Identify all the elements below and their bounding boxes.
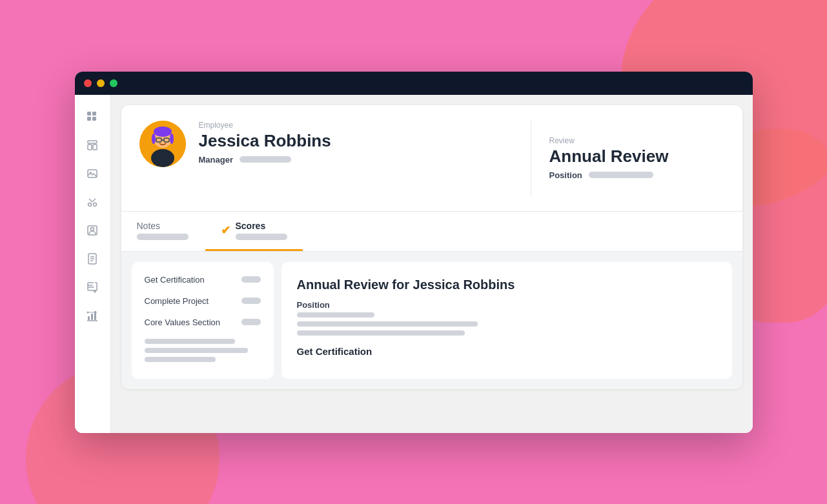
app-body: Employee Jessica Robbins Manager Review … [75,95,753,433]
tab-scores[interactable]: ✔ Scores [205,212,303,251]
score-item-label-3: Core Values Section [145,318,221,327]
review-detail-section: Get Certification [297,346,717,357]
notes-tab-label: Notes [137,221,161,231]
score-item-label: Get Certification [145,275,205,285]
manager-placeholder [240,156,291,163]
review-detail-line-2 [297,330,465,336]
notes-tab-placeholder [137,234,189,240]
pl-3 [145,357,216,362]
score-item-bar-3 [241,319,261,325]
svg-rect-6 [93,145,97,150]
main-content: Employee Jessica Robbins Manager Review … [111,95,753,433]
scores-tab-label: Scores [236,221,266,231]
review-detail-panel: Annual Review for Jessica Robbins Positi… [281,262,732,379]
score-item-certification[interactable]: Get Certification [145,275,261,285]
sidebar [75,95,111,433]
scores-tab-placeholder [236,234,287,240]
maximize-dot[interactable] [110,79,117,87]
svg-rect-20 [91,314,93,320]
svg-point-29 [152,134,156,144]
browser-titlebar [75,72,753,95]
svg-rect-1 [92,112,96,116]
sidebar-document-icon[interactable] [81,247,104,270]
sidebar-contact-icon[interactable] [81,219,104,242]
employee-name: Jessica Robbins [199,131,505,151]
review-section: Review Annual Review Position [531,121,724,196]
review-title: Annual Review [549,146,706,166]
check-icon: ✔ [221,223,230,237]
manager-label: Manager [199,155,233,165]
review-detail-title: Annual Review for Jessica Robbins [297,277,717,292]
svg-line-11 [89,199,92,202]
svg-point-26 [151,149,174,167]
profile-header: Employee Jessica Robbins Manager Review … [121,105,742,212]
score-item-project[interactable]: Complete Project [145,296,261,306]
pl-2 [145,348,248,353]
tabs-row: Notes ✔ Scores [121,212,742,252]
position-label: Position [549,170,582,180]
profile-info: Employee Jessica Robbins Manager [199,121,505,165]
minimize-dot[interactable] [97,79,105,87]
svg-rect-19 [88,316,90,320]
score-item-header: Get Certification [145,275,261,285]
svg-point-28 [154,126,172,137]
review-sub: Position [549,170,706,180]
score-item-header-2: Complete Project [145,296,261,306]
review-detail-position-label: Position [297,300,717,310]
sidebar-feedback-icon[interactable] [81,276,104,299]
position-placeholder [589,172,653,178]
tab-notes[interactable]: Notes [121,212,205,251]
sidebar-template-icon[interactable] [81,134,104,157]
svg-rect-5 [88,145,92,150]
svg-point-14 [91,227,94,230]
svg-point-30 [170,134,174,144]
review-detail-position-placeholder [297,312,374,318]
content-area: Get Certification Complete Project [121,252,742,389]
sidebar-scissors-icon[interactable] [81,190,104,214]
score-item-label-2: Complete Project [145,296,209,306]
svg-rect-2 [87,117,91,121]
score-item-corevalues[interactable]: Core Values Section [145,318,261,327]
review-detail-line-1 [297,321,478,327]
score-item-header-3: Core Values Section [145,318,261,327]
score-item-bar-2 [241,297,261,304]
browser-window: Employee Jessica Robbins Manager Review … [75,72,753,433]
sidebar-grid-icon[interactable] [81,105,104,128]
sidebar-chart-icon[interactable] [81,304,104,327]
svg-rect-3 [92,117,96,121]
svg-point-10 [94,203,97,206]
profile-sub: Manager [199,155,505,165]
svg-rect-4 [88,141,97,143]
main-card: Employee Jessica Robbins Manager Review … [121,105,742,389]
scores-panel: Get Certification Complete Project [132,262,274,379]
avatar [139,121,186,167]
employee-label: Employee [199,121,505,130]
svg-line-12 [92,199,96,202]
svg-point-9 [88,203,92,206]
review-label: Review [549,136,706,145]
pl-1 [145,339,235,344]
close-dot[interactable] [84,79,92,87]
scores-placeholders [145,339,261,362]
score-item-bar [241,276,261,283]
sidebar-image-icon[interactable] [81,162,104,185]
svg-rect-0 [87,112,91,116]
